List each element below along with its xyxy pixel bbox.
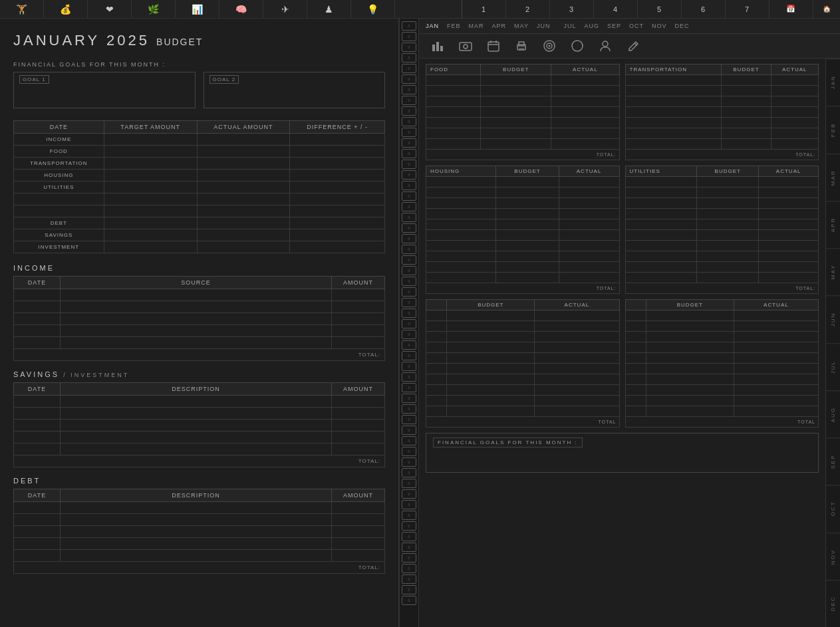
nav-icon-health[interactable]: ❤ <box>88 0 132 19</box>
month-may[interactable]: MAY <box>514 23 529 29</box>
cat5-budget-header: BUDGET <box>447 300 535 311</box>
icon-target[interactable] <box>537 37 561 55</box>
month-jun[interactable]: JUN <box>537 23 551 29</box>
table-row <box>14 193 385 205</box>
nav-num-5[interactable]: 5 <box>638 0 682 19</box>
list-item <box>625 209 819 219</box>
nav-num-6[interactable]: 6 <box>682 0 726 19</box>
month-row-1: JAN FEB MAR APR MAY JUN <box>426 23 550 29</box>
housing-total-row: TOTAL: <box>426 283 620 294</box>
sidebar-month-nov[interactable]: NOV <box>826 533 840 580</box>
nav-icon-fitness[interactable]: 🏋 <box>0 0 44 19</box>
nav-icon-mind[interactable]: 🧠 <box>219 0 263 19</box>
sidebar-month-dec[interactable]: DEC <box>826 580 840 627</box>
nav-icon-stats[interactable]: 📊 <box>176 0 219 19</box>
left-panel: JANUARY 2025 BUDGET FINANCIAL GOALS FOR … <box>0 19 399 627</box>
cat5-header <box>426 300 447 311</box>
list-item <box>625 251 819 262</box>
cat5-total-label: TOTAL <box>426 417 620 428</box>
list-item <box>426 96 620 107</box>
nav-icon-ideas[interactable]: 💡 <box>351 0 395 19</box>
nav-icon-travel[interactable]: ✈ <box>263 0 307 19</box>
list-item <box>14 420 385 432</box>
nav-num-3[interactable]: 3 <box>550 0 594 19</box>
savings-col-desc: DESCRIPTION <box>61 383 332 396</box>
spine-ring: ≡ <box>402 404 416 414</box>
list-item <box>426 332 620 342</box>
debt-total-row: TOTAL: <box>14 562 385 574</box>
spine-ring: ≡ <box>402 553 416 563</box>
spine-ring: ≡ <box>402 149 416 158</box>
icon-edit[interactable] <box>621 37 645 55</box>
spine-ring: ≡ <box>402 383 416 392</box>
nav-num-calendar[interactable]: 📅 <box>770 0 813 19</box>
sidebar-month-sep[interactable]: SEP <box>826 438 840 485</box>
list-item <box>625 86 819 96</box>
spine-ring: ≡ <box>402 298 416 307</box>
list-item <box>14 408 385 420</box>
sidebar-month-feb[interactable]: FEB <box>826 106 840 153</box>
sidebar-month-mar[interactable]: MAR <box>826 154 840 201</box>
nav-num-2[interactable]: 2 <box>506 0 550 19</box>
month-apr[interactable]: APR <box>492 23 507 29</box>
sidebar-month-may[interactable]: MAY <box>826 248 840 295</box>
month-nov[interactable]: NOV <box>652 23 667 29</box>
binder-spine: ≡≡≡≡≡≡≡≡≡≡≡≡≡≡≡≡≡≡≡≡≡≡≡≡≡≡≡≡≡≡≡≡≡≡≡≡≡≡≡≡… <box>399 19 419 627</box>
list-item <box>426 118 620 128</box>
nav-num-4[interactable]: 4 <box>594 0 638 19</box>
col-actual: ACTUAL AMOUNT <box>197 121 289 134</box>
icon-money[interactable] <box>454 37 478 55</box>
month-dec[interactable]: DEC <box>674 23 689 29</box>
month-feb[interactable]: FEB <box>447 23 461 29</box>
nav-home[interactable]: 🏠 <box>813 0 840 19</box>
list-item <box>625 262 819 273</box>
icon-circle[interactable] <box>565 37 589 55</box>
sidebar-month-jul[interactable]: JUL <box>826 343 840 390</box>
sidebar-month-oct[interactable]: OCT <box>826 485 840 532</box>
spine-ring: ≡ <box>402 596 416 605</box>
spine-ring: ≡ <box>402 543 416 552</box>
goal-box-1[interactable]: GOAL 1 <box>13 72 196 108</box>
nav-num-7[interactable]: 7 <box>726 0 770 19</box>
goal-box-2[interactable]: GOAL 2 <box>204 72 386 108</box>
nav-icon-nutrition[interactable]: 🌿 <box>132 0 176 19</box>
month-jan[interactable]: JAN <box>426 23 439 29</box>
list-item <box>14 550 385 562</box>
list-item <box>625 374 819 385</box>
nav-icon-finance[interactable]: 💰 <box>44 0 88 19</box>
month-aug[interactable]: AUG <box>584 23 599 29</box>
list-item <box>426 177 620 188</box>
cat5-actual-header: ACTUAL <box>535 300 619 311</box>
list-item <box>426 311 620 321</box>
icon-calendar[interactable] <box>482 37 505 55</box>
spine-ring: ≡ <box>402 489 416 499</box>
month-sep[interactable]: SEP <box>607 23 621 29</box>
sidebar-month-jan[interactable]: JAN <box>826 59 840 106</box>
sidebar-month-apr[interactable]: APR <box>826 201 840 248</box>
sidebar-month-aug[interactable]: AUG <box>826 390 840 438</box>
list-item <box>625 332 819 342</box>
month-oct[interactable]: OCT <box>629 23 644 29</box>
icon-chart[interactable] <box>426 37 450 55</box>
spine-ring: ≡ <box>402 255 416 265</box>
icon-print[interactable] <box>509 37 533 55</box>
col-diff: DIFFERENCE + / - <box>290 121 385 134</box>
spine-ring: ≡ <box>402 170 416 180</box>
cat5-total-row: TOTAL <box>426 417 620 428</box>
spine-ring: ≡ <box>402 160 416 169</box>
sidebar-month-jun[interactable]: JUN <box>826 295 840 342</box>
list-item <box>426 251 620 262</box>
income-col-date: DATE <box>14 277 61 289</box>
list-item <box>426 241 620 251</box>
month-jul[interactable]: JUL <box>563 23 576 29</box>
spine-ring: ≡ <box>402 319 416 328</box>
list-item <box>426 209 620 219</box>
month-mar[interactable]: MAR <box>469 23 484 29</box>
icon-user[interactable] <box>593 37 617 55</box>
right-wrapper: FOOD BUDGET ACTUAL <box>419 59 840 627</box>
financial-goals-bottom: FINANCIAL GOALS For This MonTH : <box>426 433 819 473</box>
spine-ring: ≡ <box>402 511 416 520</box>
nav-num-1[interactable]: 1 <box>462 0 506 19</box>
nav-icon-games[interactable]: ♟ <box>307 0 351 19</box>
spine-ring: ≡ <box>402 479 416 488</box>
